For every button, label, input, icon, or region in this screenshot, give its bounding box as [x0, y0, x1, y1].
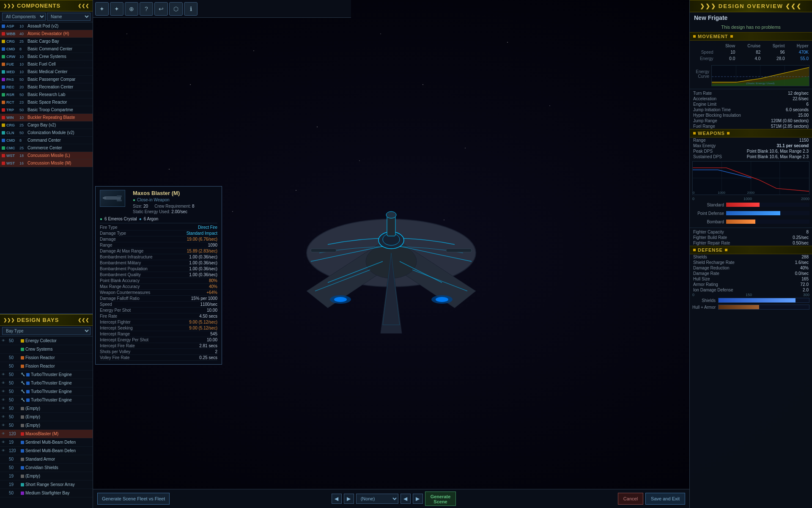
toolbar-btn-help[interactable]: ? — [140, 2, 153, 16]
bay-item[interactable]: 👁50🔧TurboThruster Engine — [0, 387, 93, 396]
bay-color-icon — [21, 424, 24, 427]
bay-type-dropdown[interactable]: Bay Type — [2, 327, 91, 335]
bay-eye-icon: 👁 — [2, 373, 8, 376]
popup-weapon-title: Maxos Blaster (M) — [133, 190, 195, 196]
bay-item[interactable]: 50Standard Armor — [0, 455, 93, 464]
bay-color-icon — [26, 373, 30, 376]
bay-item[interactable]: 50Fission Reactor — [0, 362, 93, 371]
bay-item[interactable]: 50Fission Reactor — [0, 354, 93, 362]
bay-eye-icon: 👁 — [2, 440, 8, 444]
design-bays-header[interactable]: ❯❯❯ DESIGN BAYS ❮❮❮ — [0, 314, 93, 326]
component-item[interactable]: CMD8Basic Command Center — [0, 45, 93, 53]
component-item[interactable]: WST16Concussion Missile (M) — [0, 159, 93, 167]
components-sort-dropdown[interactable]: Name — [47, 13, 91, 21]
popup-bomb-infra: Bombardment Infrastructure 1.00 (0.36/se… — [100, 254, 217, 260]
energy-hyper: 55.0 — [788, 56, 811, 61]
design-bays-chevrons-right: ❮❮❮ — [78, 318, 89, 322]
component-item[interactable]: MED10Basic Medical Center — [0, 68, 93, 76]
movement-icon2 — [730, 35, 733, 38]
component-color-icon — [2, 154, 5, 157]
component-item[interactable]: PAS50Basic Passenger Compar — [0, 76, 93, 83]
toolbar-btn-zoom[interactable]: ⊕ — [125, 2, 138, 16]
toolbar-btn-info[interactable]: ℹ — [184, 2, 198, 16]
cancel-button[interactable]: Cancel — [618, 493, 643, 505]
shield-recharge-row: Shield Recharge Rate 1.6/sec — [690, 260, 812, 265]
toolbar-btn-rotate[interactable]: ✦ — [110, 2, 123, 16]
component-item[interactable]: CRG25Cargo Bay (v2) — [0, 121, 93, 129]
component-tag: CRW — [6, 55, 18, 59]
hull-size-row: Hull Size 165 — [690, 276, 812, 282]
nav-3-button[interactable]: ▶ — [413, 494, 423, 504]
component-tag: RCT — [6, 100, 18, 104]
bay-item[interactable]: 19(Empty) — [0, 472, 93, 481]
component-name: Basic Space Reactor — [27, 100, 91, 104]
bay-item[interactable]: 👁50(Empty) — [0, 421, 93, 430]
popup-bomb-quality: Bombardment Quality 1.00 (0.36/sec) — [100, 272, 217, 278]
nav-next-button[interactable]: ▶ — [344, 494, 354, 504]
component-item[interactable]: RSR50Basic Research Lab — [0, 91, 93, 99]
bay-item[interactable]: 👁50(Empty) — [0, 413, 93, 421]
component-item[interactable]: TRP50Basic Troop Compartme — [0, 106, 93, 114]
popup-bomb-military: Bombardment Military 1.00 (0.36/sec) — [100, 260, 217, 266]
svg-text:2000: 2000 — [747, 191, 755, 195]
component-item[interactable]: REC20Basic Recreation Center — [0, 83, 93, 91]
component-color-icon — [2, 40, 5, 43]
bay-item[interactable]: 👁120MaxosBlaster (M) — [0, 430, 93, 438]
damage-reduction-row: Damage Reduction 40% — [690, 265, 812, 271]
ion-defense-row: Ion Damage Defense 2.0 — [690, 287, 812, 293]
bay-item[interactable]: 👁50🔧TurboThruster Engine — [0, 379, 93, 387]
bay-number: 19 — [9, 474, 19, 478]
weapons-header: WEAPONS — [690, 129, 812, 137]
toolbar-btn-undo[interactable]: ↩ — [154, 2, 168, 16]
component-item[interactable]: CRG25Basic Cargo Bay — [0, 38, 93, 45]
bay-item[interactable]: 👁50(Empty) — [0, 404, 93, 413]
component-number: 16 — [19, 161, 26, 165]
bay-item[interactable]: 19Short Range Sensor Array — [0, 481, 93, 489]
movement-icon — [693, 35, 696, 38]
generate-scene-fleet-button[interactable]: Generate Scene Fleet vs Fleet — [97, 493, 170, 505]
save-exit-button[interactable]: Save and Exit — [645, 493, 685, 505]
range-scale: 010002000 — [690, 197, 812, 201]
component-item[interactable]: CMC25Commerce Center — [0, 144, 93, 152]
component-item[interactable]: CMD8Command Center — [0, 137, 93, 144]
component-item[interactable]: RCT23Basic Space Reactor — [0, 99, 93, 106]
toolbar-btn-hex[interactable]: ⬡ — [169, 2, 183, 16]
component-name: Basic Troop Compartme — [27, 107, 91, 112]
bombard-bar-fill — [726, 220, 755, 224]
component-item[interactable]: CRW10Basic Crew Systems — [0, 53, 93, 60]
component-number: 10 — [19, 115, 26, 120]
bay-item[interactable]: Crew Systems — [0, 345, 93, 354]
hull-armor-bar-track — [718, 305, 809, 310]
bay-item[interactable]: 👁50🔧TurboThruster Engine — [0, 371, 93, 379]
component-item[interactable]: FUE10Basic Fuel Cell — [0, 60, 93, 68]
none-dropdown[interactable]: (None) — [356, 494, 398, 504]
popup-max-accuracy: Max Range Accuracy 40% — [100, 284, 217, 290]
popup-damage-type: Damage Type Standard Impact — [100, 231, 217, 236]
engine-limit-row: Engine Limit 6 — [690, 102, 812, 107]
bay-item[interactable]: 👁50🔧TurboThruster Engine — [0, 396, 93, 404]
bay-number: 50 — [9, 389, 19, 394]
bay-item[interactable]: 👁120Sentinel Multi-Beam Defen — [0, 447, 93, 455]
shields-bar-row: Shields — [690, 297, 812, 304]
bay-item[interactable]: 50Medium Starfighter Bay — [0, 489, 93, 497]
component-name: Atomic Devastator (H) — [27, 31, 91, 36]
component-item[interactable]: WIN10Buckler Repeating Blaste — [0, 114, 93, 121]
bay-item[interactable]: 👁50Energy Collector — [0, 337, 93, 345]
bay-item[interactable]: 👁19Sentinel Multi-Beam Defen — [0, 438, 93, 447]
component-tag: WST — [6, 154, 18, 158]
component-item[interactable]: CLN50Colonization Module (v2) — [0, 129, 93, 137]
toolbar-btn-move[interactable]: ✦ — [95, 2, 109, 16]
nav-prev-button[interactable]: ◀ — [332, 494, 342, 504]
component-item[interactable]: WST18Concussion Missile (L) — [0, 152, 93, 159]
nav-2-button[interactable]: ◀ — [401, 494, 411, 504]
components-filter-dropdown[interactable]: All Components — [2, 13, 46, 21]
component-item[interactable]: ASP10Assault Pod (v2) — [0, 22, 93, 30]
component-item[interactable]: WBB40Atomic Devastator (H) — [0, 30, 93, 38]
bay-number: 50 — [9, 338, 19, 343]
bay-color-icon — [21, 441, 24, 444]
bay-item[interactable]: 50Corvidian Shields — [0, 464, 93, 472]
generate-scene-button[interactable]: GenerateScene — [425, 492, 456, 506]
components-header[interactable]: ❯❯❯ COMPONENTS ❮❮❮ — [0, 0, 93, 11]
overview-chevrons-left: ❯❯❯ — [700, 3, 716, 9]
component-number: 20 — [19, 85, 26, 89]
